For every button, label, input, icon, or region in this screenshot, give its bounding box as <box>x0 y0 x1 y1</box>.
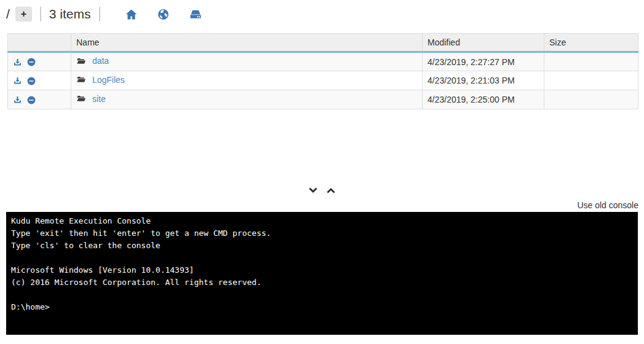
console-line: Type 'cls' to clear the console <box>11 240 638 252</box>
folder-link[interactable]: data <box>92 56 109 66</box>
modified-value: 4/23/2019, 2:21:03 PM <box>423 71 544 90</box>
console-header: Use old console <box>0 198 644 212</box>
modified-value: 4/23/2019, 2:25:00 PM <box>423 90 544 109</box>
item-count-label: 3 items <box>49 7 91 22</box>
folder-icon <box>76 94 86 105</box>
console-line: Kudu Remote Execution Console <box>11 215 638 227</box>
kudu-debug-console-page: / + 3 items <box>0 0 644 344</box>
download-icon[interactable] <box>13 58 22 67</box>
size-value <box>544 52 638 71</box>
column-header-size: Size <box>544 34 638 52</box>
table-row: site 4/23/2019, 2:25:00 PM <box>8 90 638 109</box>
modified-value: 4/23/2019, 2:27:27 PM <box>423 52 544 71</box>
console-line: Type 'exit' then hit 'enter' to get a ne… <box>11 227 638 240</box>
table-row: LogFiles 4/23/2019, 2:21:03 PM <box>8 71 638 90</box>
drive-icon[interactable] <box>189 8 202 21</box>
table-header-row: Name Modified Size <box>8 34 638 52</box>
minus-circle-icon[interactable] <box>26 95 36 105</box>
new-item-button[interactable]: + <box>15 7 32 22</box>
console-line <box>11 252 638 264</box>
column-header-name: Name <box>71 34 423 52</box>
download-icon[interactable] <box>13 95 22 104</box>
remote-execution-console[interactable]: Kudu Remote Execution Console Type 'exit… <box>6 212 638 335</box>
toolbar-icon-group <box>125 8 202 21</box>
console-line: Microsoft Windows [Version 10.0.14393] <box>11 264 638 276</box>
folder-link[interactable]: LogFiles <box>92 75 125 85</box>
column-header-actions <box>8 34 71 52</box>
chevron-down-icon[interactable] <box>307 184 319 197</box>
toolbar-divider <box>40 7 41 22</box>
size-value <box>544 71 638 90</box>
chevron-up-icon[interactable] <box>325 184 337 197</box>
globe-icon[interactable] <box>157 8 170 21</box>
folder-icon <box>76 75 86 86</box>
column-header-modified: Modified <box>423 34 544 52</box>
breadcrumb-toolbar: / + 3 items <box>0 0 644 27</box>
minus-circle-icon[interactable] <box>26 76 36 86</box>
console-resize-controls <box>0 184 644 198</box>
breadcrumb-root-link[interactable]: / <box>6 7 10 22</box>
file-listing: Name Modified Size data 4/23/2019, 2:27:… <box>7 33 638 109</box>
console-prompt: D:\home> <box>11 301 638 313</box>
folder-icon <box>76 57 86 68</box>
table-row: data 4/23/2019, 2:27:27 PM <box>8 52 638 71</box>
folder-link[interactable]: site <box>92 94 106 104</box>
console-line: (c) 2016 Microsoft Corporation. All righ… <box>11 276 638 289</box>
use-old-console-link[interactable]: Use old console <box>577 200 638 210</box>
download-icon[interactable] <box>13 76 22 85</box>
console-line <box>11 289 638 301</box>
toolbar-divider <box>99 7 100 22</box>
minus-circle-icon[interactable] <box>26 57 36 67</box>
home-icon[interactable] <box>125 8 138 21</box>
size-value <box>544 90 638 109</box>
